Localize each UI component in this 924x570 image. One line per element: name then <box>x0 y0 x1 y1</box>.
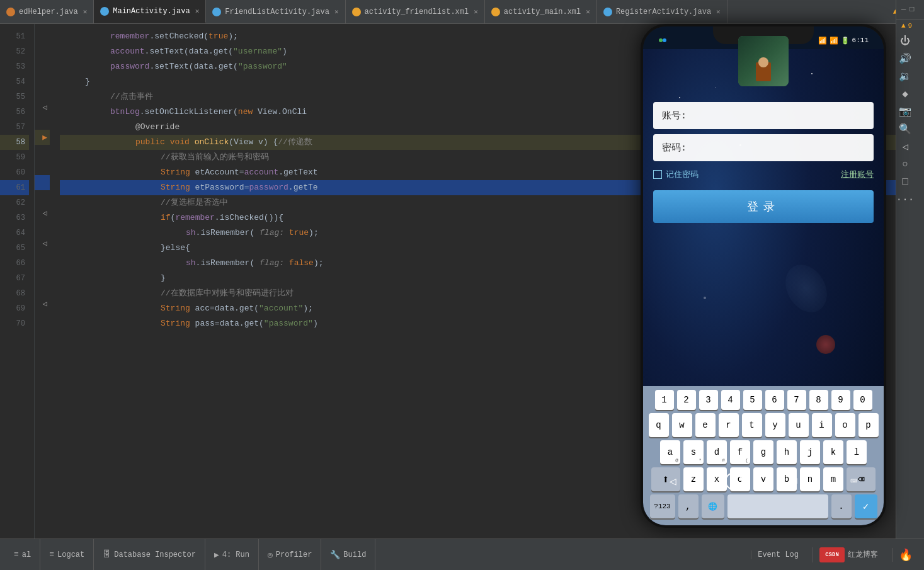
line-num-60: 60 <box>0 165 29 180</box>
key-globe[interactable]: 🌐 <box>702 494 724 518</box>
key-e[interactable]: e <box>695 413 716 437</box>
star-1 <box>679 97 680 98</box>
key-r[interactable]: r <box>719 413 739 437</box>
key-d[interactable]: d# <box>707 440 727 464</box>
key-j[interactable]: j <box>800 440 820 464</box>
key-enter[interactable]: ✓ <box>855 494 877 518</box>
line-num-53: 53 <box>0 59 29 74</box>
more-options-btn[interactable]: ··· <box>896 191 914 208</box>
nav-home-btn[interactable] <box>725 472 743 490</box>
line-num-55: 55 <box>0 89 29 105</box>
bottom-tab-db-inspector[interactable]: 🗄 Database Inspector <box>94 539 205 570</box>
key-w[interactable]: w <box>672 413 692 437</box>
warning-triangle-icon: ▲ <box>901 22 906 30</box>
bottom-tab-al[interactable]: ≡ al <box>5 539 40 570</box>
key-9[interactable]: 9 <box>831 390 850 410</box>
tab-bar: edHelper.java ✕ MainActivity.java ✕ Frie… <box>0 0 924 24</box>
key-5[interactable]: 5 <box>743 390 762 410</box>
key-g[interactable]: g <box>753 440 773 464</box>
remember-checkbox[interactable] <box>653 170 662 179</box>
maximize-btn[interactable]: □ <box>910 5 914 14</box>
csdn-item[interactable]: CSDN 红龙博客 <box>813 547 884 562</box>
tab-mainactivity[interactable]: MainActivity.java ✕ <box>94 0 206 23</box>
tab-register[interactable]: RegisterActivity.java ✕ <box>597 0 727 23</box>
home-btn[interactable]: ○ <box>896 156 914 173</box>
key-s[interactable]: s* <box>683 440 704 464</box>
key-h[interactable]: h <box>777 440 797 464</box>
star-3 <box>811 73 813 74</box>
key-t[interactable]: t <box>742 413 762 437</box>
tab-friendlist[interactable]: FriendListActivity.java ✕ <box>206 0 345 23</box>
line-num-61: 61 <box>0 180 29 195</box>
key-u[interactable]: u <box>789 413 809 437</box>
key-7[interactable]: 7 <box>787 390 806 410</box>
line-num-65: 65 <box>0 241 29 256</box>
password-input[interactable] <box>692 143 865 153</box>
back-btn[interactable]: ◁ <box>896 138 914 156</box>
tab-close-activitymain-xml[interactable]: ✕ <box>586 8 590 16</box>
key-f[interactable]: f( <box>730 440 750 464</box>
flame-item[interactable]: 🔥 <box>892 548 919 562</box>
bottom-tab-run[interactable]: ▶ 4: Run <box>205 539 259 570</box>
bottom-tab-logcat[interactable]: ≡ Logcat <box>40 539 94 570</box>
key-k[interactable]: k <box>823 440 843 464</box>
warning-count: 9 <box>908 22 913 30</box>
tab-activitymain-xml[interactable]: activity_main.xml ✕ <box>485 0 597 23</box>
tab-close-edhelper[interactable]: ✕ <box>83 8 88 16</box>
key-p[interactable]: p <box>858 413 879 437</box>
diamond-btn[interactable]: ◆ <box>896 85 914 103</box>
zoom-btn[interactable]: 🔍 <box>896 120 914 138</box>
bottom-tab-build[interactable]: 🔧 Build <box>321 539 375 570</box>
key-comma[interactable]: , <box>678 494 699 518</box>
bottom-tab-profiler[interactable]: ◎ Profiler <box>259 539 321 570</box>
tab-close-mainactivity[interactable]: ✕ <box>195 7 200 15</box>
minimize-btn[interactable]: — <box>901 5 906 14</box>
key-space[interactable] <box>727 494 828 518</box>
nav-recents-btn[interactable]: ■ <box>787 474 802 489</box>
key-0[interactable]: 0 <box>853 390 872 410</box>
nav-back-btn[interactable]: ◁ <box>665 474 680 489</box>
key-2[interactable]: 2 <box>677 390 696 410</box>
key-l[interactable]: l <box>847 440 867 464</box>
register-link[interactable]: 注册账号 <box>841 169 874 180</box>
tab-close-friendlist[interactable]: ✕ <box>334 8 339 16</box>
tab-edhelper[interactable]: edHelper.java ✕ <box>0 0 94 23</box>
line-num-52: 52 <box>0 44 29 59</box>
event-log-item[interactable]: Event Log <box>751 550 805 559</box>
tab-friendlist-xml[interactable]: activity_friendlist.xml ✕ <box>346 0 485 23</box>
line-num-51: 51 <box>0 29 29 44</box>
login-form: 账号: 密码: 记住密码 注册账号 登录 <box>653 102 874 223</box>
key-3[interactable]: 3 <box>699 390 718 410</box>
camera-btn[interactable]: 📷 <box>896 103 914 120</box>
key-1[interactable]: 1 <box>655 390 674 410</box>
logcat-label: Logcat <box>57 550 84 559</box>
key-123[interactable]: ?123 <box>650 494 675 518</box>
key-i[interactable]: i <box>812 413 832 437</box>
volume-down-btn[interactable]: 🔉 <box>896 67 914 85</box>
key-y[interactable]: y <box>765 413 785 437</box>
tab-close-register[interactable]: ✕ <box>716 8 721 16</box>
key-8[interactable]: 8 <box>809 390 828 410</box>
phone-device: 📶 📶 🔋 6:11 <box>641 24 886 528</box>
nav-keyboard-btn[interactable]: ⌨ <box>847 474 862 489</box>
key-q[interactable]: q <box>649 413 669 437</box>
keyboard-num-row: 1 2 3 4 5 6 7 8 9 0 <box>646 390 881 410</box>
remember-label[interactable]: 记住密码 <box>653 169 699 180</box>
key-6[interactable]: 6 <box>765 390 784 410</box>
key-period[interactable]: . <box>831 494 852 518</box>
power-btn[interactable]: ⏻ <box>896 32 914 50</box>
key-a[interactable]: a@ <box>660 440 680 464</box>
account-input[interactable] <box>692 111 865 121</box>
key-4[interactable]: 4 <box>721 390 740 410</box>
gutter-57 <box>35 115 50 130</box>
login-button[interactable]: 登录 <box>653 190 874 223</box>
key-o[interactable]: o <box>835 413 855 437</box>
recents-btn[interactable]: □ <box>896 173 914 191</box>
tab-close-friendlist-xml[interactable]: ✕ <box>474 8 478 16</box>
tab-icon-mainactivity <box>100 7 109 16</box>
al-icon: ≡ <box>14 550 19 559</box>
volume-up-btn[interactable]: 🔊 <box>896 50 914 67</box>
gutter-54 <box>35 69 50 84</box>
password-field[interactable]: 密码: <box>653 134 874 161</box>
account-field[interactable]: 账号: <box>653 102 874 129</box>
